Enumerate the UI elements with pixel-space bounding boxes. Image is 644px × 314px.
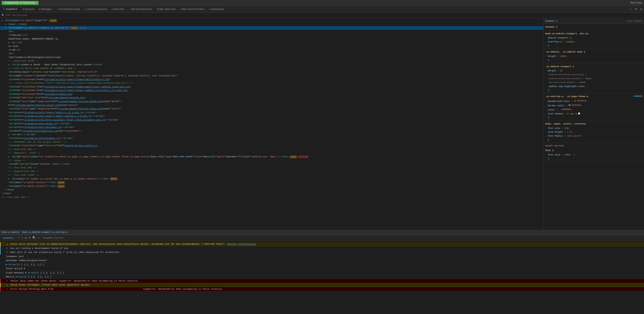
tab-debugger[interactable]: ⊟ Debugger [37, 7, 54, 11]
html-line[interactable]: <link rel="stylesheet" href=/system/scri… [0, 89, 544, 92]
inherited-label: Geerbt von html [545, 144, 642, 148]
css-rule: mobile-viewport { [545, 36, 642, 40]
html-line[interactable]: <!--head.html END--> [0, 148, 544, 152]
tab-stilbearbeitung[interactable]: ✎ Stilbearbeitung [55, 7, 82, 11]
text-shadow-color[interactable] [578, 112, 580, 114]
search-input[interactable] [6, 14, 68, 16]
console-icon-up[interactable]: ▲ [24, 236, 28, 240]
tab-anwendung[interactable]: ⊗ Anwendung [207, 7, 226, 11]
expand-arrow[interactable]: ▶ [8, 156, 10, 158]
html-line[interactable]: <link rel="icon" type="image/png" href=/… [0, 100, 544, 104]
html-line[interactable]: </html > [0, 192, 544, 196]
html-line[interactable]: /opt/loxberry/data/plugins/sonox/clips [0, 56, 544, 60]
anwendung-icon: ⊗ [209, 8, 210, 10]
html-body-line[interactable]: ▼ <body class="ui-mobile-viewport ui-ove… [0, 26, 544, 30]
html-line[interactable]: <meta name="viewport" content="width=dev… [0, 74, 544, 78]
html-line[interactable]: <link rel="stylesheet" href=/system/css/… [0, 92, 544, 96]
speicher-icon: ⊙ [112, 8, 113, 10]
html-line[interactable]: <div class="ui-panel-dismiss" > </div > … [0, 184, 544, 188]
html-line[interactable]: <script src=/system/scripts/validate.js … [0, 126, 544, 129]
html-line[interactable]: <!--head.html START--> [0, 60, 544, 63]
tab-web-speicher[interactable]: ☰ Web-Speicher [155, 7, 178, 11]
html-line[interactable]: Undefined index: ENDPOINTS.PRESET in [0, 37, 544, 41]
html-line[interactable]: <link rel="stylesheet" href=/system/scri… [0, 78, 544, 82]
console-icon-format[interactable]: { } [17, 236, 24, 240]
css-selector: Element { [545, 25, 642, 30]
html-line[interactable]: <link href=/system/css/primelcons.css re… [0, 129, 544, 133]
html-line[interactable]: <!--foot.html END--> [0, 166, 544, 170]
color-swatch-dot[interactable] [574, 100, 576, 102]
event-badge: event [71, 26, 78, 30]
inspektor-icon: ⬡ [3, 8, 5, 10]
breadcrumb-html[interactable]: html.ui-mobile [2, 231, 19, 234]
html-line[interactable]: <!--pagestart. START--> [0, 151, 544, 155]
run-button[interactable]: Ausführen [2, 236, 15, 240]
expand-arrow[interactable]: ▶ [8, 133, 10, 136]
color-swatch-dot[interactable] [568, 104, 570, 106]
html-line[interactable]: <script src=/system/scripts/jquery/jquer… [0, 111, 544, 115]
tab-inspektor[interactable]: ⬡ Inspektor [1, 7, 20, 11]
css-rule: } [545, 116, 642, 120]
html-line[interactable]: <!--HTMLHEAD sent by the plugin author:-… [0, 140, 544, 144]
html-line[interactable]: <div id="overlay" style="display: none" … [0, 162, 544, 166]
color-swatch-dot[interactable] [559, 108, 561, 110]
html-line[interactable]: <script src=/system/scripts/jquery/jquer… [0, 114, 544, 118]
search-bar: 🔍 [0, 12, 644, 18]
html-line[interactable]: <br > [0, 30, 544, 34]
css-rule: text-shadow : 0 1px 0 [545, 112, 642, 116]
tab-laufzeit[interactable]: ↻ Laufzeitanalyse [82, 7, 109, 11]
html-line[interactable]: ▶ <div id="main1" class="ui-responsive-p… [0, 155, 544, 159]
css-rule: margin : 0; [545, 69, 642, 73]
html-line[interactable]: ▶ <title > Loxberry SonoX - Easy Sonos I… [0, 63, 544, 67]
weitere-info-link[interactable]: Weitere Informationen [227, 243, 256, 246]
html-line[interactable]: <meta http-equiv="content-type" content=… [0, 70, 544, 74]
html-line[interactable]: ▶ <b > … </b > [0, 41, 544, 45]
html-line[interactable]: ▶ <script > … </script > [0, 133, 544, 136]
html-line[interactable]: <script src=/system/scripts/form-validat… [0, 118, 544, 122]
tab-netzwerk[interactable]: ↕ Netzwerkanalyse [127, 7, 154, 11]
add-tab-icon[interactable]: + [628, 7, 632, 11]
css-rule: font-family : sans-serif; [545, 134, 642, 138]
html-line[interactable]: ▶ <div class="ui-loader ui-corner-all ui… [0, 177, 544, 181]
expand-arrow[interactable]: ▶ [8, 41, 10, 44]
html-line[interactable]: <link rel="shortcut icon" href=/system/i… [0, 96, 544, 100]
html-line[interactable]: <script src=/system/scripts/browser.js >… [0, 136, 544, 140]
expand-arrow[interactable]: ▶ [2, 19, 4, 22]
html-line[interactable]: <!--THIS IS MULTI-LANG HEADER OF LOXBERR… [0, 67, 544, 70]
html-line[interactable]: </body > [0, 188, 544, 192]
settings-icon[interactable]: ⚙ [640, 7, 643, 11]
html-line[interactable]: <!--foot.html END--> [0, 196, 544, 199]
html-line[interactable]: <div class="ui-panel-dismiss" > </div > … [0, 181, 544, 184]
tab-barrierefreiheit[interactable]: ⊕ Barrierefreiheit [178, 7, 207, 11]
html-line[interactable]: <b > Notice: </b > [0, 34, 544, 37]
html-line[interactable]: <!--pagend.html END--> [0, 170, 544, 174]
more-tabs-icon[interactable]: ≫ [633, 7, 638, 11]
html-line[interactable]: <!-- <link rel="stylesheet" href="/syste… [0, 82, 544, 85]
expand-arrow[interactable]: ▶ [8, 178, 10, 180]
html-line[interactable]: <link rel="stylesheet" type="text/css" h… [0, 144, 544, 148]
html-line[interactable]: <link rel="stylesheet" href=/system/scri… [0, 85, 544, 89]
expand-arrow[interactable]: ▶ [5, 23, 7, 26]
console-icon-down[interactable]: ▼ [28, 236, 31, 240]
html-line[interactable]: <b > 56 </b > [0, 48, 544, 52]
html-line[interactable]: ▶ <html class="ui-mobile" lang="de" > ev… [0, 19, 544, 22]
console-icon-clear[interactable]: ✕ [37, 236, 40, 240]
stil-icon: ✎ [57, 8, 58, 10]
console-icon-search[interactable]: 🔍 [32, 236, 36, 240]
html-line[interactable]: <link rel="icon" type="image/png" href=/… [0, 107, 544, 111]
html-line[interactable]: ▶ <head > … </head > [0, 22, 544, 26]
css-section-mobile-viewport: .ui-mobile-viewport { margin : 0; -webki… [544, 64, 644, 94]
tab-speicher[interactable]: ⊙ Speicher [110, 7, 127, 11]
style-filter-label[interactable]: Stil filtern [627, 20, 642, 23]
breadcrumb-body[interactable]: body.ui-mobile-viewport.ui-overlay-a [22, 231, 67, 234]
tab-konsole[interactable]: ⊞ Konsole [20, 7, 36, 11]
html-line[interactable]: on line [0, 44, 544, 48]
html-line[interactable]: <!--/page--> [0, 159, 544, 162]
html-line[interactable]: href=/system/images/favicon-32x32.png si… [0, 104, 544, 107]
tab-inspektor-label: Inspektor [6, 8, 18, 10]
expand-arrow[interactable]: ▶ [8, 64, 10, 66]
html-line[interactable]: <!--foot.html START--> [0, 174, 544, 177]
html-line[interactable]: <br > [0, 52, 544, 56]
expand-arrow[interactable]: ▼ [5, 26, 7, 30]
html-line[interactable]: <script src=/system/scripts/setup.js > <… [0, 122, 544, 126]
